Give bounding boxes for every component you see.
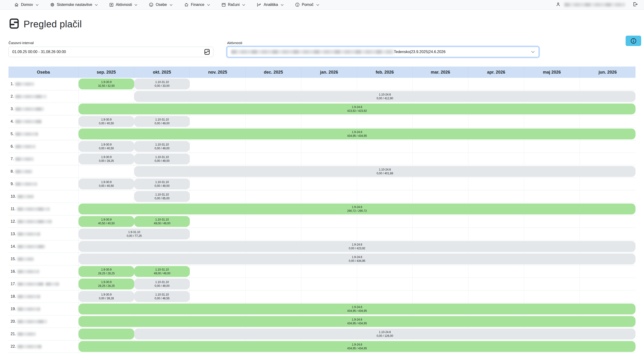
bar-amounts: 0,00 / 40,50 [99, 146, 114, 150]
payment-bar-green[interactable]: 1.9-30.928,25 / 28,25 [78, 278, 134, 290]
month-cell [468, 78, 524, 90]
bar-amounts: 0,00 / 46,55 [155, 296, 170, 300]
timeline-cell: 1.9-24.6434,95 / 434,95 [78, 315, 636, 328]
payment-bar-gray[interactable]: 1.10-24.60,00 / 412,90 [134, 91, 636, 102]
payment-bar-green[interactable]: 1.10-31.1049,00 / 49,00 [134, 266, 190, 277]
month-cell [190, 153, 246, 165]
payment-bar-gray[interactable]: 1.10-31.100,00 / 49,00 [134, 178, 190, 190]
payment-bar-gray[interactable]: 1.9-30.90,00 / 28,25 [78, 154, 134, 164]
payment-bar-gray[interactable]: 1.10-24.60,00 / 401,88 [134, 166, 636, 177]
bar-date-range: 1.10-24.6 [379, 93, 391, 96]
month-cell [357, 115, 413, 128]
nav-items: DomovSistemske nastavitveAktivnostiOsebe… [14, 2, 319, 7]
person-number: 20. [10, 319, 16, 324]
month-cell [524, 265, 580, 278]
table-row: 2.1.10-24.60,00 / 412,90 [8, 90, 636, 103]
person-name-redacted [18, 282, 44, 286]
month-cell [580, 178, 636, 190]
payment-bar-green[interactable] [78, 328, 134, 340]
payment-bar-green[interactable]: 1.9-24.6434,95 / 434,95 [78, 341, 636, 352]
play-square-icon [109, 2, 114, 7]
payment-bar-gray[interactable]: 1.9-31.100,00 / 77,25 [78, 228, 190, 240]
payment-bar-green[interactable]: 1.9-24.6290,72 / 290,72 [78, 204, 636, 214]
payment-bar-green[interactable]: 1.9-24.6423,92 / 423,92 [78, 104, 636, 114]
chevron-down-icon [95, 2, 98, 7]
month-cell [524, 140, 580, 152]
payment-bar-gray[interactable]: 1.9-24.60,00 / 434,95 [78, 254, 636, 264]
nav-item-aktivnosti[interactable]: Aktivnosti [109, 2, 138, 7]
month-cell [580, 265, 636, 278]
person-cell: 2. [8, 90, 78, 102]
chevron-down-icon [242, 2, 245, 7]
payment-bar-green[interactable]: 1.9-24.6434,95 / 434,95 [78, 128, 636, 140]
payment-bar-gray[interactable]: 1.10-31.100,00 / 49,00 [134, 141, 190, 152]
nav-item-analitika[interactable]: Analitika [256, 2, 284, 7]
person-number: 8. [10, 169, 14, 174]
logout-icon[interactable] [633, 2, 638, 8]
month-cell [524, 78, 580, 90]
table-row: 12.1.9-30.940,50 / 40,501.10-31.1049,00 … [8, 215, 636, 228]
month-cell [357, 78, 413, 90]
bar-date-range: 1.9-30.9 [101, 218, 112, 222]
nav-item-label: Pomoč [302, 2, 314, 7]
table-row: 17.1.9-30.928,25 / 28,251.10-31.100,00 /… [8, 278, 636, 290]
month-cell [413, 78, 468, 90]
nav-item-sistemske-nastavitve[interactable]: Sistemske nastavitve [50, 2, 98, 7]
bar-amounts: 434,95 / 434,95 [347, 346, 367, 350]
info-circle-icon [295, 2, 300, 7]
nav-item-ra-uni[interactable]: Računi [222, 2, 246, 7]
nav-item-pomo-[interactable]: Pomoč [295, 2, 319, 7]
payment-bar-gray[interactable]: 1.10-24.60,00 / 126,00 [134, 328, 636, 340]
payment-bar-gray[interactable]: 1.10-31.100,00 / 49,00 [134, 278, 190, 290]
payment-bar-green[interactable]: 1.10-31.1049,00 / 49,00 [134, 216, 190, 227]
payment-bar-gray[interactable]: 1.10-31.100,00 / 46,55 [134, 291, 190, 302]
payment-bar-green[interactable]: 1.9-30.932,50 / 32,50 [78, 78, 134, 90]
payment-bar-gray[interactable]: 1.10-31.100,00 / 49,00 [134, 154, 190, 164]
person-cell: 8. [8, 165, 78, 178]
payment-bar-green[interactable]: 1.9-24.6434,95 / 434,95 [78, 304, 636, 314]
payment-bar-gray[interactable]: 1.9-30.90,00 / 40,50 [78, 116, 134, 127]
person-name-redacted [18, 345, 42, 348]
payment-bar-gray[interactable]: 1.9-30.90,00 / 40,50 [78, 141, 134, 152]
info-button[interactable] [626, 36, 641, 46]
activities-filter: Aktivnosti Tedensko|23.9.2025|24.6.2026 [227, 41, 539, 57]
month-cell [580, 290, 636, 303]
month-cell [580, 115, 636, 128]
nav-item-finance[interactable]: Finance [184, 2, 210, 7]
month-cell [357, 278, 413, 290]
bar-date-range: 1.10-31.10 [156, 118, 169, 122]
payment-bar-green[interactable]: 1.9-30.928,25 / 28,25 [78, 266, 134, 277]
payment-bar-green[interactable]: 1.9-30.940,50 / 40,50 [78, 216, 134, 227]
window-icon [222, 2, 226, 7]
bar-amounts: 28,25 / 28,25 [98, 272, 114, 275]
payment-bar-gray[interactable]: 1.9-24.60,00 / 423,92 [78, 241, 636, 252]
interval-input[interactable]: 01.09.25 00:00 - 31.08.26 00:00 [8, 47, 214, 57]
person-name-redacted [18, 320, 47, 324]
bar-date-range: 1.9-24.6 [352, 105, 362, 109]
bar-amounts: 0,00 / 423,92 [349, 246, 365, 250]
person-name-redacted [18, 257, 34, 261]
timeline-cell: 1.9-30.932,50 / 32,501.10-31.100,00 / 33… [78, 78, 636, 90]
month-cell [246, 190, 301, 202]
table-row: 14.1.9-24.60,00 / 423,92 [8, 240, 636, 253]
payment-bar-gray[interactable]: 1.9-30.90,00 / 39,28 [78, 291, 134, 302]
payment-bar-gray[interactable]: 1.10-31.100,00 / 65,00 [134, 191, 190, 202]
timeline-cell: 1.9-31.100,00 / 77,25 [78, 228, 636, 240]
person-name-redacted [17, 207, 50, 211]
nav-item-osebe[interactable]: Osebe [149, 2, 172, 7]
table-row: 10.1.10-31.100,00 / 65,00 [8, 190, 636, 203]
nav-item-domov[interactable]: Domov [14, 2, 39, 7]
payment-bar-green[interactable]: 1.9-24.6434,95 / 434,95 [78, 316, 636, 327]
calendar-button[interactable] [203, 48, 211, 56]
activities-select[interactable]: Tedensko|23.9.2025|24.6.2026 [227, 47, 539, 57]
person-cell: 10. [8, 190, 78, 202]
nav-item-label: Analitika [264, 2, 278, 7]
bar-date-range: 1.10-31.10 [156, 193, 169, 196]
month-cell [78, 90, 134, 102]
payment-bar-gray[interactable]: 1.10-31.100,00 / 33,00 [134, 78, 190, 90]
month-cell [357, 265, 413, 278]
month-cell [246, 290, 301, 303]
payment-bar-gray[interactable]: 1.10-31.100,00 / 49,00 [134, 116, 190, 127]
payment-bar-gray[interactable]: 1.9-30.90,00 / 40,50 [78, 178, 134, 190]
payments-icon [8, 18, 20, 30]
